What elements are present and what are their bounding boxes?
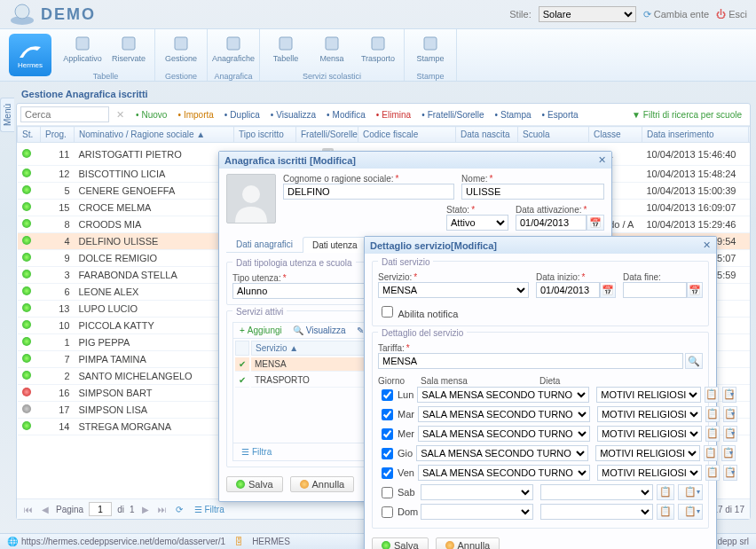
copy-row-split-icon[interactable]: 📋 <box>723 426 737 442</box>
col-header[interactable]: Data nascita <box>456 127 518 143</box>
svc-add-btn[interactable]: + Aggiungi <box>235 325 287 336</box>
sala-select[interactable] <box>421 484 533 500</box>
svc-filter-btn[interactable]: ☰ Filtra <box>237 446 276 458</box>
toolbar-esporta[interactable]: • Esporta <box>538 109 583 121</box>
col-header[interactable]: Fratelli/Sorelle <box>296 127 358 143</box>
change-ente-link[interactable]: ⟳ Cambia ente <box>643 9 709 20</box>
day-check[interactable] <box>382 506 393 518</box>
copy-row-split-icon[interactable]: 📋 <box>678 484 703 500</box>
dieta-select[interactable]: MOTIVI RELIGIOSI <box>597 406 702 422</box>
col-header[interactable] <box>749 127 751 143</box>
cal-icon-2[interactable]: 📅 <box>687 282 703 298</box>
stato-select[interactable]: Attivo <box>446 215 508 231</box>
tariffa-lookup-icon[interactable]: 🔍 <box>685 353 703 369</box>
data-fine-input[interactable] <box>623 282 687 298</box>
abilita-notifica-check[interactable]: Abilita notifica <box>378 309 458 319</box>
copy-row-icon[interactable]: 📋 <box>657 504 674 520</box>
ribbon-btn-trasporto[interactable]: Trasporto <box>358 31 398 63</box>
pager-filter-btn[interactable]: ☰ Filtra <box>190 504 229 515</box>
pager-first[interactable]: ⏮ <box>22 505 35 514</box>
copy-row-icon[interactable]: 📋 <box>705 465 720 481</box>
servizio-select[interactable]: MENSA <box>378 282 529 298</box>
svc-view-btn[interactable]: 🔍 Visualizza <box>288 325 350 336</box>
copy-row-split-icon[interactable]: 📋 <box>723 465 737 481</box>
pager-last[interactable]: ⏭ <box>156 505 169 514</box>
copy-row-icon[interactable]: 📋 <box>657 484 674 500</box>
filter-schools-btn[interactable]: ▼ Filtri di ricerca per scuole <box>627 109 746 121</box>
copy-row-split-icon[interactable]: 📋 <box>723 406 737 422</box>
tab-dati-anagrafici[interactable]: Dati anagrafici <box>226 236 303 252</box>
ribbon-btn-tabelle[interactable]: Tabelle <box>265 31 306 63</box>
toolbar-stampa[interactable]: • Stampa <box>491 109 536 121</box>
toolbar-modifica[interactable]: • Modifica <box>322 109 370 121</box>
day-check[interactable] <box>382 428 393 440</box>
cal-icon[interactable]: 📅 <box>600 282 616 298</box>
toolbar-duplica[interactable]: • Duplica <box>220 109 264 121</box>
tab-dati-utenza[interactable]: Dati utenza <box>303 237 367 253</box>
copy-row-icon[interactable]: 📋 <box>705 426 720 442</box>
dieta-select[interactable]: MOTIVI RELIGIOSI <box>595 445 700 461</box>
style-select[interactable]: Solare <box>539 6 636 22</box>
copy-row-split-icon[interactable]: 📋 <box>678 504 703 520</box>
popup-a-save-btn[interactable]: Salva <box>226 476 283 492</box>
nome-input[interactable] <box>461 184 604 200</box>
toolbar-visualizza[interactable]: • Visualizza <box>266 109 320 121</box>
dieta-select[interactable] <box>540 504 653 520</box>
copy-row-split-icon[interactable]: 📋 <box>722 387 736 403</box>
col-header[interactable]: Classe <box>589 127 642 143</box>
popup-b-cancel-btn[interactable]: Annulla <box>436 537 500 549</box>
date-picker-icon[interactable]: 📅 <box>587 215 604 231</box>
cognome-input[interactable] <box>283 184 454 200</box>
ribbon-btn-mensa[interactable]: Mensa <box>311 31 352 63</box>
sala-select[interactable] <box>421 504 533 520</box>
toolbar-elimina[interactable]: • Elimina <box>372 109 415 121</box>
ribbon-btn-stampe[interactable]: Stampe <box>410 31 451 63</box>
popup-a-close[interactable]: ✕ <box>598 154 606 166</box>
col-header[interactable]: Codice fiscale <box>358 127 456 143</box>
sala-select[interactable]: SALA MENSA SECONDO TURNO <box>416 445 588 461</box>
hermes-tile[interactable]: Hermes <box>9 34 51 76</box>
sala-select[interactable]: SALA MENSA SECONDO TURNO <box>418 406 590 422</box>
copy-row-icon[interactable]: 📋 <box>705 406 720 422</box>
day-check[interactable] <box>382 409 393 420</box>
col-header[interactable]: Nominativo / Ragione sociale ▲ <box>75 127 234 143</box>
tariffa-input[interactable] <box>378 353 683 369</box>
pager-prev[interactable]: ◀ <box>40 505 51 514</box>
dieta-select[interactable]: MOTIVI RELIGIOSI <box>596 387 701 403</box>
sala-select[interactable]: SALA MENSA SECONDO TURNO <box>418 465 590 481</box>
ribbon-btn-riservate[interactable]: Riservate <box>108 31 149 63</box>
search-input[interactable] <box>20 106 109 122</box>
search-clear-icon[interactable]: ✕ <box>116 109 124 121</box>
popup-b-save-btn[interactable]: Salva <box>372 537 429 549</box>
dieta-select[interactable]: MOTIVI RELIGIOSI <box>597 465 702 481</box>
copy-row-icon[interactable]: 📋 <box>704 445 718 461</box>
day-check[interactable] <box>382 448 393 459</box>
day-check[interactable] <box>382 389 393 401</box>
sala-select[interactable]: SALA MENSA SECONDO TURNO <box>418 426 590 442</box>
ribbon-btn-applicativo[interactable]: Applicativo <box>62 31 103 63</box>
toolbar-importa[interactable]: • Importa <box>173 109 217 121</box>
sala-select[interactable]: SALA MENSA SECONDO TURNO <box>417 387 589 403</box>
col-header[interactable]: Tipo iscritto <box>234 127 296 143</box>
dieta-select[interactable]: MOTIVI RELIGIOSI <box>597 426 702 442</box>
col-header[interactable]: Scuola <box>518 127 589 143</box>
exit-link[interactable]: ⏻ Esci <box>716 9 747 20</box>
popup-a-cancel-btn[interactable]: Annulla <box>290 476 355 492</box>
dieta-select[interactable] <box>540 484 653 500</box>
copy-row-split-icon[interactable]: 📋 <box>721 445 736 461</box>
ribbon-btn-anagrafiche[interactable]: Anagrafiche <box>213 31 254 63</box>
col-header[interactable]: Data inserimento <box>642 127 749 143</box>
pager-page-input[interactable] <box>89 502 112 516</box>
data-att-input[interactable] <box>516 215 587 231</box>
col-header[interactable]: St. <box>18 127 41 143</box>
col-header[interactable]: Prog. <box>41 127 75 143</box>
copy-row-icon[interactable]: 📋 <box>705 387 719 403</box>
toolbar-fratelli/sorelle[interactable]: • Fratelli/Sorelle <box>417 109 488 121</box>
pager-next[interactable]: ▶ <box>140 505 151 514</box>
day-check[interactable] <box>382 467 393 479</box>
pager-refresh[interactable]: ⟳ <box>174 505 185 514</box>
day-check[interactable] <box>382 487 393 498</box>
data-inizio-input[interactable] <box>536 282 600 298</box>
ribbon-btn-gestione[interactable]: Gestione <box>161 31 201 63</box>
popup-b-close[interactable]: ✕ <box>703 239 711 251</box>
